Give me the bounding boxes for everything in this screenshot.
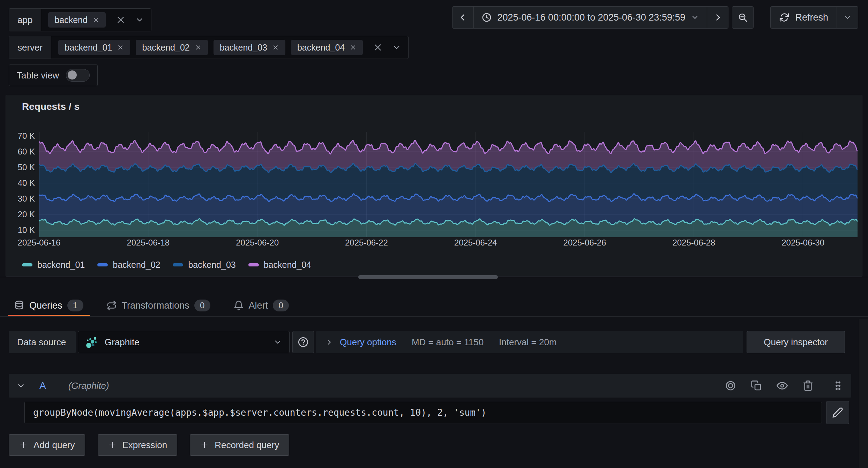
delete-query-icon[interactable] [802, 380, 814, 391]
toggle-exemplars-icon[interactable] [725, 380, 736, 391]
chart-legend: backend_01backend_02backend_03backend_04 [22, 260, 311, 270]
chevron-left-icon [458, 12, 468, 23]
remove-tag-icon[interactable] [92, 16, 99, 23]
variable-tag-label: backend_03 [220, 43, 267, 53]
x-axis-label: 2025-06-28 [672, 238, 715, 248]
time-range-text: 2025-06-16 00:00:00 to 2025-06-30 23:59:… [497, 12, 686, 23]
variable-server-values[interactable]: backend_01 backend_02 backend_03 backend… [51, 36, 408, 59]
clock-icon [481, 12, 492, 23]
add-recorded-query-button[interactable]: Recorded query [190, 434, 289, 456]
query-footer-buttons: Add query Expression Recorded query [9, 434, 289, 456]
query-options-toggle[interactable]: Query options [340, 337, 396, 348]
time-range-button[interactable]: 2025-06-16 00:00:00 to 2025-06-30 23:59:… [473, 6, 708, 29]
legend-item-backend_02[interactable]: backend_02 [97, 260, 160, 270]
variable-tag-backend-01[interactable]: backend_01 [58, 40, 130, 55]
datasource-help-button[interactable] [292, 331, 314, 353]
variable-tag-backend[interactable]: backend [48, 12, 106, 28]
tab-alert[interactable]: Alert 0 [227, 295, 295, 316]
variable-tag-label: backend_02 [142, 43, 189, 53]
legend-label: backend_03 [188, 260, 235, 270]
add-query-button[interactable]: Add query [9, 434, 85, 456]
query-inspector-button[interactable]: Query inspector [747, 331, 845, 353]
variable-app-values[interactable]: backend [41, 9, 151, 31]
table-view-toggle[interactable] [66, 69, 90, 82]
add-expression-button[interactable]: Expression [98, 434, 178, 456]
refresh-label: Refresh [795, 12, 828, 23]
remove-tag-icon[interactable] [117, 44, 124, 51]
variable-app-label: app [9, 9, 41, 31]
remove-tag-icon[interactable] [350, 44, 357, 51]
remove-tag-icon[interactable] [272, 44, 279, 51]
clear-selection-icon[interactable] [116, 15, 125, 24]
drag-handle-icon[interactable] [832, 380, 844, 391]
time-toolbar: 2025-06-16 00:00:00 to 2025-06-30 23:59:… [452, 6, 859, 29]
variable-tag-label: backend_01 [65, 43, 112, 53]
y-axis-label: 20 K [10, 210, 35, 219]
variable-selector-app: app backend [9, 8, 151, 31]
table-view-control: Table view [9, 65, 98, 86]
query-expression-input[interactable]: groupByNode(movingAverage(apps.$app.$ser… [24, 402, 822, 423]
plus-icon [19, 440, 28, 450]
legend-item-backend_04[interactable]: backend_04 [248, 260, 311, 270]
variable-tag-backend-04[interactable]: backend_04 [291, 40, 363, 55]
legend-swatch-icon [22, 263, 32, 266]
x-axis-label: 2025-06-20 [236, 238, 279, 248]
x-axis-label: 2025-06-26 [563, 238, 606, 248]
legend-label: backend_01 [37, 260, 85, 270]
query-datasource-subtitle: (Graphite) [68, 380, 109, 391]
duplicate-query-icon[interactable] [751, 380, 762, 391]
x-axis-label: 2025-06-18 [127, 238, 170, 248]
toggle-knob [68, 70, 77, 80]
collapse-row-icon[interactable] [16, 381, 25, 390]
datasource-picker[interactable]: Graphite [78, 331, 290, 353]
y-axis-label: 60 K [10, 147, 35, 156]
tabs-divider [0, 316, 868, 317]
expression-label: Expression [122, 440, 167, 451]
search-minus-icon [738, 12, 748, 23]
time-shift-back-button[interactable] [452, 6, 474, 29]
variable-tag-label: backend [54, 15, 88, 25]
query-row-header[interactable]: A (Graphite) [9, 374, 851, 398]
chevron-right-icon [712, 12, 723, 23]
pane-resize-handle[interactable] [358, 275, 498, 279]
variable-selector-server: server backend_01 backend_02 backend_03 … [9, 36, 409, 59]
legend-item-backend_03[interactable]: backend_03 [173, 260, 235, 270]
variable-tag-backend-02[interactable]: backend_02 [136, 40, 208, 55]
vertical-scrollbar[interactable] [859, 319, 868, 468]
interval-summary: Interval = 20m [499, 337, 556, 348]
chevron-down-icon[interactable] [135, 15, 144, 24]
datasource-name: Graphite [105, 337, 140, 348]
refresh-button[interactable]: Refresh [770, 6, 837, 29]
clear-selection-icon[interactable] [373, 43, 382, 52]
query-ref-id[interactable]: A [39, 380, 46, 391]
refresh-interval-dropdown[interactable] [837, 6, 858, 29]
query-inspector-label: Query inspector [764, 337, 828, 348]
legend-item-backend_01[interactable]: backend_01 [22, 260, 85, 270]
timeseries-plot[interactable] [39, 132, 858, 237]
tab-count-badge: 1 [67, 300, 83, 311]
y-axis-label: 10 K [10, 226, 35, 235]
legend-swatch-icon [248, 263, 259, 266]
graphite-logo-icon [85, 335, 98, 349]
x-axis-label: 2025-06-24 [454, 238, 497, 248]
remove-tag-icon[interactable] [195, 44, 202, 51]
time-shift-forward-button[interactable] [707, 6, 728, 29]
variable-server-label: server [9, 36, 51, 59]
recorded-query-label: Recorded query [215, 440, 279, 451]
tab-queries[interactable]: Queries 1 [8, 295, 90, 316]
grafana-panel-editor: app backend server backend_01 backend_02… [0, 0, 868, 468]
tab-count-badge: 0 [194, 300, 210, 311]
datasource-label: Data source [9, 331, 76, 353]
tab-transformations[interactable]: Transformations 0 [100, 295, 217, 316]
y-axis-label: 30 K [10, 194, 35, 203]
help-circle-icon [298, 337, 309, 348]
toggle-text-edit-button[interactable] [826, 401, 849, 424]
variable-tag-backend-03[interactable]: backend_03 [214, 40, 285, 55]
chevron-down-icon[interactable] [392, 43, 401, 52]
legend-label: backend_04 [264, 260, 311, 270]
hide-query-icon[interactable] [777, 380, 788, 391]
refresh-group: Refresh [770, 6, 858, 29]
zoom-out-time-button[interactable] [732, 6, 754, 29]
x-axis-label: 2025-06-16 [18, 238, 61, 248]
chevron-right-icon[interactable] [325, 338, 334, 346]
